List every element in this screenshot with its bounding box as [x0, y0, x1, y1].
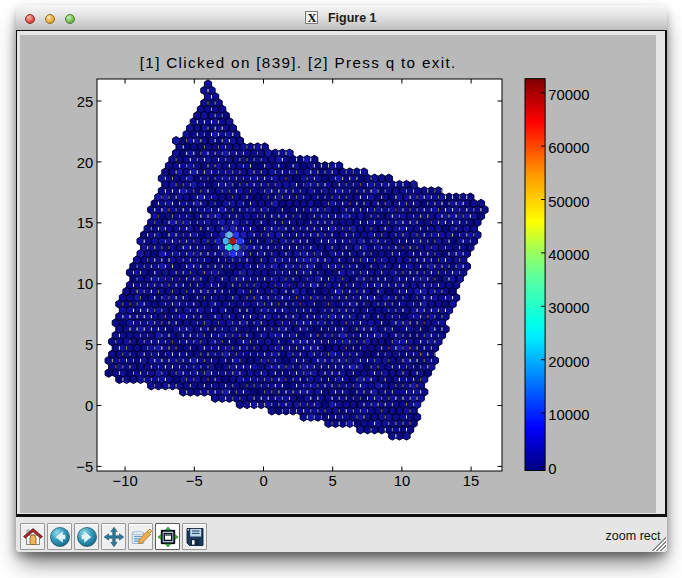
svg-text:15: 15 [463, 473, 479, 489]
svg-text:0: 0 [259, 473, 267, 489]
svg-text:−5: −5 [186, 473, 203, 489]
svg-text:10: 10 [394, 473, 410, 489]
svg-text:25: 25 [77, 94, 93, 110]
svg-text:30000: 30000 [548, 301, 589, 317]
svg-text:[1] Clicked on [839]. [2] Pres: [1] Clicked on [839]. [2] Press q to exi… [140, 54, 456, 71]
svg-text:0: 0 [548, 461, 556, 477]
svg-text:5: 5 [329, 473, 337, 489]
svg-text:50000: 50000 [548, 194, 589, 210]
svg-text:−5: −5 [76, 459, 93, 475]
svg-text:10000: 10000 [548, 407, 589, 423]
svg-text:40000: 40000 [548, 247, 589, 263]
svg-text:20: 20 [77, 155, 93, 171]
svg-text:10: 10 [77, 277, 93, 293]
svg-text:−10: −10 [113, 473, 138, 489]
svg-text:20000: 20000 [548, 354, 589, 370]
svg-text:0: 0 [85, 398, 93, 414]
svg-text:60000: 60000 [548, 140, 589, 156]
svg-text:70000: 70000 [548, 87, 589, 103]
svg-text:5: 5 [85, 337, 93, 353]
svg-text:15: 15 [77, 216, 93, 232]
